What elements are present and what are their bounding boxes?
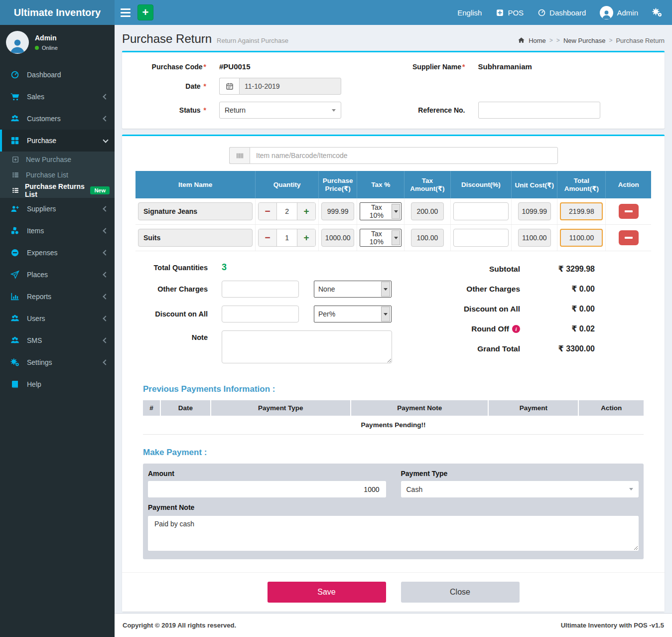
total-amount-value: 2199.98 — [560, 202, 603, 220]
calendar-icon — [219, 78, 239, 95]
sidebar-item-help[interactable]: Help — [0, 373, 115, 395]
breadcrumb-new-purchase[interactable]: New Purchase — [563, 37, 606, 44]
sidebar-item-sms[interactable]: SMS — [0, 329, 115, 351]
grid-icon — [10, 136, 20, 146]
breadcrumb-home[interactable]: Home — [529, 37, 546, 44]
status-select[interactable]: Return — [219, 102, 341, 119]
other-charges-input[interactable] — [222, 281, 299, 298]
total-quantities-value: 3 — [222, 262, 227, 273]
purchase-code-value: #PU0015 — [219, 62, 251, 71]
note-textarea[interactable] — [222, 330, 392, 363]
user-menu[interactable]: Admin — [600, 6, 638, 19]
totals-summary: Subtotal₹ 3299.98 Other Charges₹ 0.00 Di… — [409, 262, 644, 371]
previous-payments-table: # Date Payment Type Payment Note Payment… — [143, 400, 644, 435]
subtotal-value: ₹ 3299.98 — [520, 264, 595, 274]
close-button[interactable]: Close — [401, 582, 520, 603]
list-icon — [12, 186, 20, 194]
copyright-text: Copyright © 2019 All rights reserved. — [123, 622, 236, 629]
remove-row-button[interactable] — [619, 230, 639, 245]
submenu-item-new-purchase[interactable]: New Purchase — [0, 152, 115, 167]
purchase-price-value: 1000.00 — [321, 229, 354, 247]
discount-input[interactable] — [453, 202, 509, 220]
purchase-price-value: 999.99 — [321, 202, 354, 220]
settings-gears-button[interactable] — [652, 7, 662, 17]
save-button[interactable]: Save — [268, 582, 386, 603]
pos-link[interactable]: POS — [496, 8, 524, 17]
app-version-text: Ultimate Inventory with POS -v1.5 — [561, 622, 664, 629]
submenu-item-purchase-returns-list[interactable]: Purchase Returns List New — [0, 182, 115, 198]
qty-input[interactable] — [276, 203, 297, 220]
sidebar-item-dashboard[interactable]: Dashboard — [0, 64, 115, 86]
dashboard-link[interactable]: Dashboard — [538, 8, 586, 17]
sidebar-item-customers[interactable]: Customers — [0, 108, 115, 130]
supplier-name-value: Subhramaniam — [478, 62, 532, 71]
minus-circle-icon — [10, 248, 20, 258]
date-field — [219, 78, 341, 95]
avatar — [600, 6, 613, 19]
sidebar-item-reports[interactable]: Reports — [0, 286, 115, 308]
caret-down-icon — [381, 307, 390, 321]
payment-type-select[interactable]: Cash — [401, 481, 639, 497]
discount-input[interactable] — [453, 229, 509, 247]
qty-decrease-button[interactable]: − — [259, 229, 276, 246]
info-icon[interactable]: i — [512, 325, 520, 333]
tax-select[interactable]: Tax 10% — [360, 202, 402, 220]
payment-amount-input[interactable] — [148, 481, 386, 497]
user-name: Admin — [35, 34, 58, 42]
unit-cost-value: 1100.00 — [518, 229, 551, 247]
discount-total-value: ₹ 0.00 — [520, 304, 595, 314]
sidebar-item-items[interactable]: Items — [0, 220, 115, 242]
brand-logo[interactable]: Ultimate Inventory — [0, 0, 115, 25]
sidebar-item-expenses[interactable]: Expenses — [0, 242, 115, 264]
user-panel: Admin Online — [0, 25, 115, 61]
paper-plane-icon — [10, 270, 20, 280]
remove-row-button[interactable] — [619, 204, 639, 219]
sidebar-item-places[interactable]: Places — [0, 264, 115, 286]
make-payment-panel: Amount Payment Type Cash Payment Note — [143, 464, 644, 559]
other-charges-type-select[interactable]: None — [314, 281, 392, 298]
table-row: Signature Jeans − + 999.99 — [135, 198, 651, 225]
sidebar-item-sales[interactable]: Sales — [0, 86, 115, 108]
users-icon — [10, 314, 20, 323]
chevron-left-icon — [103, 206, 108, 211]
payment-note-textarea[interactable]: Paid by cash — [148, 516, 639, 551]
submenu-item-purchase-list[interactable]: Purchase List — [0, 167, 115, 182]
discount-on-all-input[interactable] — [222, 306, 299, 322]
caret-down-icon — [381, 282, 390, 297]
item-search — [229, 147, 558, 164]
sidebar-item-settings[interactable]: Settings — [0, 351, 115, 373]
date-input[interactable] — [239, 78, 341, 95]
caret-down-icon — [629, 488, 633, 490]
qty-increase-button[interactable]: + — [297, 229, 315, 246]
user-status: Online — [35, 45, 58, 51]
item-name: Suits — [138, 229, 253, 247]
item-search-input[interactable] — [250, 147, 558, 164]
sidebar-item-purchase[interactable]: Purchase — [0, 130, 115, 152]
sidebar-item-suppliers[interactable]: Suppliers — [0, 198, 115, 220]
tax-select[interactable]: Tax 10% — [360, 229, 402, 247]
breadcrumb: Home > > New Purchase > Purchase Return — [518, 36, 665, 44]
caret-down-icon — [392, 204, 400, 219]
purchase-items-card: Item Name Quantity Purchase Price(₹) Tax… — [122, 135, 665, 612]
barcode-icon — [229, 147, 250, 164]
qty-increase-button[interactable]: + — [297, 203, 315, 220]
discount-type-select[interactable]: Per% — [314, 306, 392, 322]
qty-decrease-button[interactable]: − — [259, 203, 276, 220]
qty-input[interactable] — [276, 229, 297, 246]
gauge-icon — [10, 70, 20, 80]
total-amount-value: 1100.00 — [560, 229, 603, 247]
reference-no-input[interactable] — [478, 102, 600, 119]
sidebar-item-users[interactable]: Users — [0, 308, 115, 329]
person-icon — [9, 37, 26, 54]
minus-icon — [625, 237, 633, 239]
page-subtitle: Return Against Purchase — [217, 37, 288, 44]
language-link[interactable]: English — [457, 8, 482, 17]
quick-add-button[interactable]: + — [137, 4, 153, 20]
chevron-left-icon — [103, 337, 108, 343]
make-payment-heading: Make Payment : — [143, 448, 644, 458]
other-charges-total-value: ₹ 0.00 — [520, 284, 595, 294]
caret-down-icon — [332, 109, 336, 112]
sidebar-nav: Dashboard Sales Customers Purchase — [0, 64, 115, 395]
sidebar-toggle-button[interactable] — [115, 0, 136, 25]
quantity-stepper: − + — [258, 202, 316, 220]
